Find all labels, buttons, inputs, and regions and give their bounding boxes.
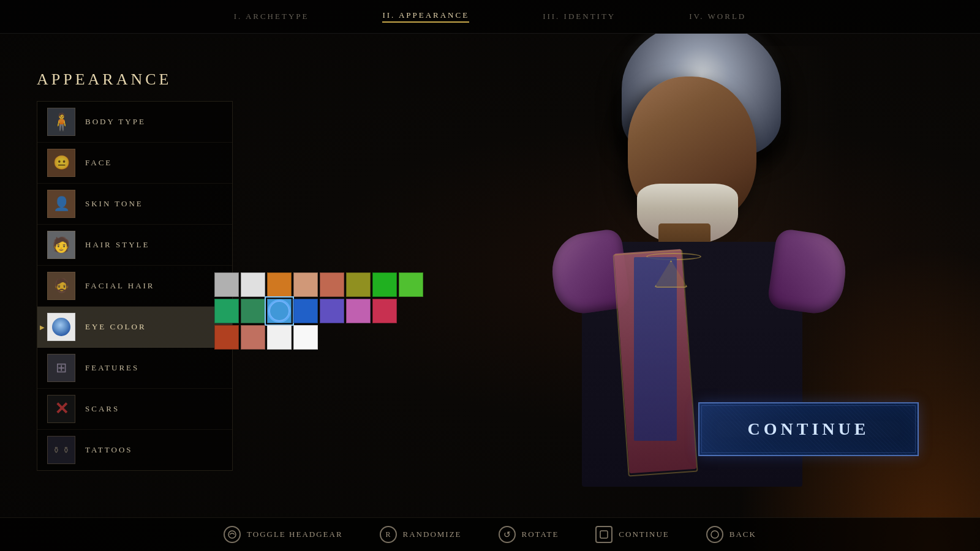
- tattoos-icon: ⚱ ⚱: [53, 445, 70, 455]
- menu-item-body-type[interactable]: 🧍 BODY TYPE: [37, 102, 232, 143]
- avatar-skin-tone: 👤: [47, 190, 75, 218]
- continue-button[interactable]: CONTINUE: [698, 402, 919, 456]
- avatar-hair-style: 🧑: [47, 231, 75, 259]
- top-navigation: I. ARCHETYPE II. APPEARANCE III. IDENTIT…: [0, 0, 980, 34]
- svg-rect-1: [600, 531, 608, 538]
- color-swatch-white[interactable]: [241, 272, 265, 297]
- menu-item-face[interactable]: 😐 FACE: [37, 143, 232, 184]
- toggle-headgear-icon: [224, 526, 241, 543]
- action-rotate[interactable]: ↺ Rotate: [499, 526, 559, 543]
- color-swatch-empty-3: [346, 325, 371, 350]
- color-swatch-purple[interactable]: [320, 299, 344, 323]
- nav-archetype[interactable]: I. ARCHETYPE: [234, 12, 309, 21]
- continue-label: CONTINUE: [748, 419, 870, 439]
- nav-appearance[interactable]: II. APPEARANCE: [382, 10, 469, 23]
- action-continue-bottom[interactable]: Continue: [595, 526, 669, 543]
- menu-label-features: FEATURES: [85, 363, 139, 373]
- action-randomize[interactable]: R Randomize: [380, 526, 462, 543]
- color-swatch-empty-1: [399, 299, 423, 323]
- back-label: Back: [729, 530, 756, 539]
- avatar-facial-hair: 🧔: [47, 272, 75, 300]
- menu-label-face: FACE: [85, 158, 112, 168]
- action-back[interactable]: Back: [706, 526, 756, 543]
- avatar-face: 😐: [47, 149, 75, 177]
- randomize-label: Randomize: [403, 530, 462, 539]
- color-swatch-pure-white[interactable]: [293, 325, 318, 350]
- features-icon: ⊞: [56, 360, 67, 376]
- color-swatch-empty-4: [372, 325, 397, 350]
- rotate-label: Rotate: [522, 530, 559, 539]
- color-swatch-terracotta[interactable]: [320, 272, 344, 297]
- nav-world[interactable]: IV. WORLD: [689, 12, 746, 21]
- svg-point-2: [711, 531, 718, 538]
- skin-icon: 👤: [53, 196, 70, 212]
- left-panel: APPEARANCE 🧍 BODY TYPE 😐 FACE 👤: [37, 70, 233, 471]
- menu-item-tattoos[interactable]: ⚱ ⚱ TATTOOS: [37, 430, 232, 470]
- action-toggle-headgear[interactable]: Toggle Headgear: [224, 526, 343, 543]
- color-swatch-gray[interactable]: [214, 272, 239, 297]
- continue-bottom-icon: [595, 526, 612, 543]
- color-swatch-teal[interactable]: [214, 299, 239, 323]
- panel-title: APPEARANCE: [37, 70, 233, 89]
- rotate-icon: ↺: [499, 526, 516, 543]
- color-swatch-blue[interactable]: [293, 299, 318, 323]
- menu-item-facial-hair[interactable]: 🧔 FACIAL HAIR: [37, 266, 232, 307]
- color-swatch-olive[interactable]: [346, 272, 371, 297]
- color-swatch-salmon[interactable]: [241, 325, 265, 350]
- menu-label-eye-color: EYE COLOR: [85, 322, 146, 332]
- color-swatch-green[interactable]: [372, 272, 397, 297]
- avatar-tattoos: ⚱ ⚱: [47, 436, 75, 464]
- nav-identity[interactable]: III. IDENTITY: [543, 12, 616, 21]
- color-swatch-lime[interactable]: [399, 272, 423, 297]
- bottom-bar: Toggle Headgear R Randomize ↺ Rotate Con…: [0, 517, 980, 551]
- color-swatch-rust[interactable]: [214, 325, 239, 350]
- body-icon: 🧍: [51, 112, 72, 132]
- menu-item-scars[interactable]: ✕ SCARS: [37, 389, 232, 430]
- avatar-features: ⊞: [47, 354, 75, 382]
- menu-item-hair-style[interactable]: 🧑 HAIR STYLE: [37, 225, 232, 266]
- menu-label-tattoos: TATTOOS: [85, 445, 133, 455]
- menu-label-skin-tone: SKIN TONE: [85, 199, 143, 209]
- color-swatch-magenta[interactable]: [346, 299, 371, 323]
- avatar-body-type: 🧍: [47, 108, 75, 136]
- menu-item-eye-color[interactable]: EYE COLOR: [37, 307, 232, 348]
- color-swatch-forest[interactable]: [241, 299, 265, 323]
- menu-item-features[interactable]: ⊞ FEATURES: [37, 348, 232, 389]
- toggle-headgear-label: Toggle Headgear: [247, 530, 343, 539]
- menu-label-body-type: BODY TYPE: [85, 117, 146, 127]
- face-icon: 😐: [53, 155, 70, 171]
- continue-bottom-label: Continue: [619, 530, 669, 539]
- color-palette-area: [214, 272, 423, 350]
- randomize-icon: R: [380, 526, 397, 543]
- color-swatch-orange[interactable]: [267, 272, 292, 297]
- menu-label-facial-hair: FACIAL HAIR: [85, 281, 155, 291]
- color-grid: [214, 272, 423, 350]
- svg-point-0: [228, 531, 236, 538]
- color-swatch-empty-2: [320, 325, 344, 350]
- eye-white-icon: [52, 318, 70, 336]
- color-swatch-empty-5: [399, 325, 423, 350]
- avatar-scars: ✕: [47, 395, 75, 423]
- hair-icon: 🧑: [52, 236, 70, 253]
- menu-item-skin-tone[interactable]: 👤 SKIN TONE: [37, 184, 232, 225]
- facial-hair-icon: 🧔: [53, 278, 70, 294]
- color-swatch-crimson[interactable]: [372, 299, 397, 323]
- main-content: APPEARANCE 🧍 BODY TYPE 😐 FACE 👤: [0, 34, 980, 517]
- appearance-menu: 🧍 BODY TYPE 😐 FACE 👤 SKIN TONE: [37, 101, 233, 471]
- menu-label-hair-style: HAIR STYLE: [85, 240, 149, 250]
- color-swatch-peach[interactable]: [293, 272, 318, 297]
- color-swatch-light-white[interactable]: [267, 325, 292, 350]
- scars-icon: ✕: [55, 400, 69, 418]
- avatar-eye-color: [47, 313, 75, 341]
- char-shoulder-right: [767, 228, 851, 317]
- color-swatch-sky-blue[interactable]: [267, 299, 292, 323]
- back-icon: [706, 526, 723, 543]
- menu-label-scars: SCARS: [85, 404, 119, 414]
